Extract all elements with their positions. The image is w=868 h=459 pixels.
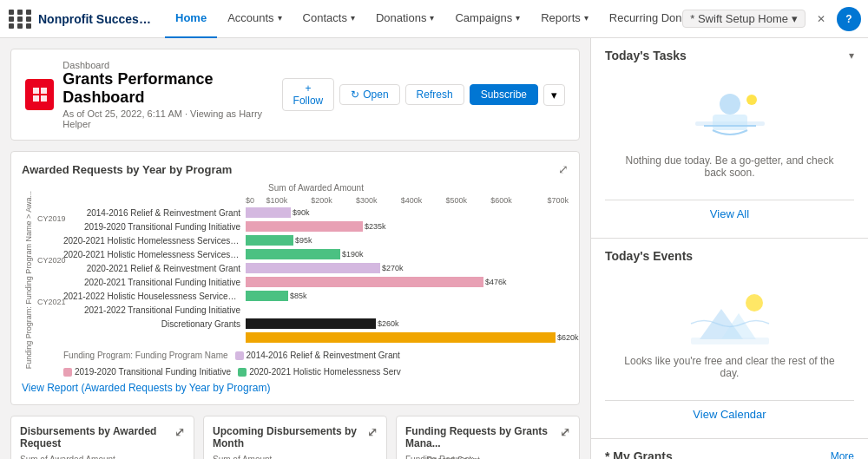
bar-rows: 2014-2016 Relief & Reinvestment Grant $9… xyxy=(63,207,569,344)
upcoming-disbursements-title: Upcoming Disbursements by Month ⤢ xyxy=(213,425,378,449)
bar-row-chart: $85k xyxy=(246,290,569,302)
refresh-icon: ↻ xyxy=(351,89,359,101)
bar-segment xyxy=(246,249,340,259)
chevron-down-icon: ▾ xyxy=(792,12,798,25)
my-grants-section: * My Grants More * My Grants 3+ items, s… xyxy=(591,439,868,459)
bar-segment xyxy=(246,221,363,232)
bar-value: $235k xyxy=(365,222,386,231)
follow-button[interactable]: + Follow xyxy=(282,78,335,111)
tasks-empty-text: Nothing due today. Be a go-getter, and c… xyxy=(614,154,845,179)
bar-segment xyxy=(246,291,288,301)
right-sidebar: Today's Tasks ▾ Nothing due toda xyxy=(590,38,868,459)
bar-row-label: Discretionary Grants xyxy=(63,319,246,329)
events-empty-state: Looks like you're free and clear the res… xyxy=(605,270,854,397)
dashboard-header-left: Dashboard Grants Performance Dashboard A… xyxy=(25,60,282,129)
bar-row-label: 2020-2021 Transitional Funding Initiativ… xyxy=(63,278,246,287)
bar-row-chart: $190k xyxy=(246,248,569,260)
nav-tab-accounts[interactable]: Accounts ▾ xyxy=(217,0,292,38)
bar-segment xyxy=(246,277,483,287)
nav-tabs: Home Accounts ▾ Contacts ▾ Donations ▾ C… xyxy=(165,0,682,38)
y-axis-label-container: Funding Program: Funding Program Name > … xyxy=(22,183,37,377)
open-button[interactable]: ↻ Open xyxy=(339,84,399,105)
legend-item: 2014-2016 Relief & Reinvestment Grant xyxy=(235,351,400,360)
group-labels: CY2019 CY2020 CY2021 xyxy=(37,183,63,339)
awarded-requests-chart-card: Awarded Requests by Year by Program ⤢ Fu… xyxy=(10,151,580,405)
legend-prefix: Funding Program: Funding Program Name xyxy=(63,351,228,360)
svg-rect-37 xyxy=(691,338,769,344)
record-count-label: Record Count xyxy=(405,456,501,459)
nav-right-actions: * Swift Setup Home ▾ ✕ ? xyxy=(682,7,861,31)
svg-rect-3 xyxy=(41,95,47,102)
bar-row-chart: $260k xyxy=(246,318,569,330)
bar-row-chart xyxy=(246,304,569,316)
help-icon[interactable]: ? xyxy=(837,7,861,31)
bar-row: 2020-2021 Relief & Reinvestment Grant $2… xyxy=(63,262,569,274)
funding-requests-title: Funding Requests by Grants Mana... ⤢ xyxy=(405,425,570,449)
dashboard-header-card: Dashboard Grants Performance Dashboard A… xyxy=(10,49,580,141)
bar-row-label: 2020-2021 Relief & Reinvestment Grant xyxy=(63,264,246,273)
dashboard-actions: + Follow ↻ Open Refresh Subscribe ▾ xyxy=(282,78,565,111)
svg-rect-0 xyxy=(33,88,39,94)
view-all-button[interactable]: View All xyxy=(605,200,854,227)
expand-icon[interactable]: ⤢ xyxy=(560,425,570,449)
legend-label: 2019-2020 Transitional Funding Initiativ… xyxy=(75,367,231,377)
chevron-down-icon: ▾ xyxy=(516,13,520,23)
legend-color xyxy=(63,368,72,377)
swift-setup-home-button[interactable]: * Swift Setup Home ▾ xyxy=(682,10,806,28)
bar-value: $90k xyxy=(293,208,310,217)
bar-value: $270k xyxy=(382,264,404,272)
bar-row: $620k xyxy=(63,331,569,344)
my-grants-more-link[interactable]: More xyxy=(831,450,854,459)
nav-tab-recurring-donations[interactable]: Recurring Donations ▾ xyxy=(599,0,683,38)
nav-tab-reports[interactable]: Reports ▾ xyxy=(530,0,599,38)
my-grants-header: * My Grants More xyxy=(591,439,868,459)
expand-icon[interactable]: ⤢ xyxy=(174,425,185,449)
nav-tab-donations[interactable]: Donations ▾ xyxy=(365,0,445,38)
bar-row: 2014-2016 Relief & Reinvestment Grant $9… xyxy=(63,207,569,219)
close-icon[interactable]: ✕ xyxy=(812,10,830,28)
bar-value: $260k xyxy=(378,319,399,328)
bar-row-label: 2021-2022 Holistic Houselessness Service… xyxy=(63,292,246,301)
view-report-link[interactable]: View Report (Awarded Requests by Year by… xyxy=(22,382,270,394)
bar-segment xyxy=(246,318,376,329)
expand-icon[interactable]: ⤢ xyxy=(558,162,569,176)
svg-point-33 xyxy=(746,95,757,105)
left-content: Dashboard Grants Performance Dashboard A… xyxy=(0,38,590,459)
nav-tab-home[interactable]: Home xyxy=(165,0,217,38)
chevron-down-icon: ▾ xyxy=(278,13,282,23)
refresh-button[interactable]: Refresh xyxy=(405,84,464,105)
bar-segment xyxy=(246,235,293,246)
chart-legend: Funding Program: Funding Program Name 20… xyxy=(63,351,569,377)
view-calendar-button[interactable]: View Calendar xyxy=(605,400,854,428)
disbursements-chart-card: Disbursements by Awarded Request ⤢ Sum o… xyxy=(10,416,194,459)
tasks-header: Today's Tasks ▾ xyxy=(605,49,854,62)
bar-row-chart: $270k xyxy=(246,262,569,274)
legend-label: 2020-2021 Holistic Homelessness Serv xyxy=(249,367,401,377)
awarded-chart-title: Awarded Requests by Year by Program xyxy=(22,163,232,176)
breadcrumb: Dashboard xyxy=(62,60,281,70)
legend-item: 2020-2021 Holistic Homelessness Serv xyxy=(238,367,401,377)
funding-requests-card: Funding Requests by Grants Mana... ⤢ Fun… xyxy=(396,416,580,459)
bar-row-chart: $476k xyxy=(246,276,569,288)
bar-row: 2021-2022 Holistic Houselessness Service… xyxy=(63,290,569,302)
subscribe-button[interactable]: Subscribe xyxy=(470,84,538,105)
legend-color xyxy=(238,368,247,377)
expand-icon[interactable]: ⤢ xyxy=(367,425,378,449)
chart-card-header: Awarded Requests by Year by Program ⤢ xyxy=(22,162,569,176)
svg-rect-31 xyxy=(713,115,747,130)
nav-tab-campaigns[interactable]: Campaigns ▾ xyxy=(444,0,530,38)
bar-row: 2019-2020 Transitional Funding Initiativ… xyxy=(63,220,569,233)
chevron-down-icon: ▾ xyxy=(351,13,355,23)
upcoming-disbursements-card: Upcoming Disbursements by Month ⤢ Sum of… xyxy=(203,416,387,459)
bar-row: 2020-2021 Holistic Homelessness Services… xyxy=(63,234,569,246)
bar-value: $620k xyxy=(557,333,579,342)
dashboard-subtitle: As of Oct 25, 2022, 6:11 AM · Viewing as… xyxy=(62,108,281,129)
actions-dropdown-button[interactable]: ▾ xyxy=(543,84,565,106)
apps-launcher-icon[interactable] xyxy=(7,5,35,33)
bar-row-chart: $95k xyxy=(246,234,569,246)
tasks-collapse-icon[interactable]: ▾ xyxy=(849,49,854,62)
svg-point-30 xyxy=(720,94,740,115)
nav-tab-contacts[interactable]: Contacts ▾ xyxy=(293,0,365,38)
tasks-illustration xyxy=(687,87,773,148)
svg-point-34 xyxy=(746,294,763,311)
